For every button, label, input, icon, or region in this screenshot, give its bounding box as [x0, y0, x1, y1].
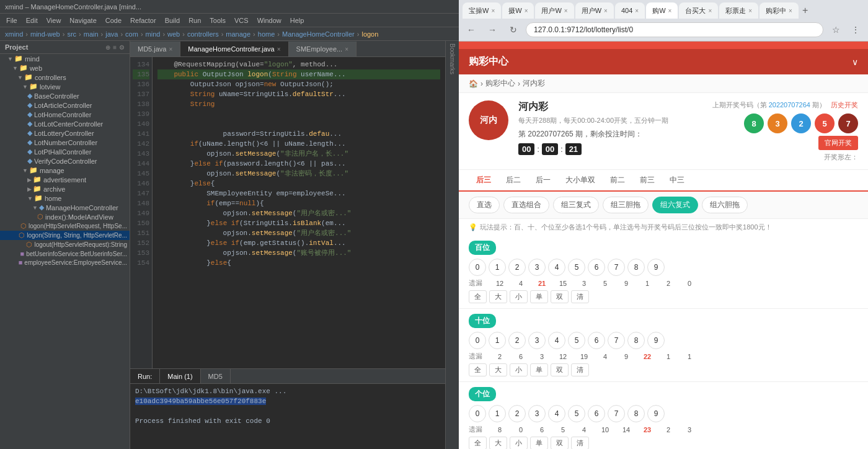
shiwei-0[interactable]: 0	[469, 332, 486, 349]
breadcrumb-lottery-center[interactable]: 购彩中心	[485, 78, 515, 89]
browser-tab-user1[interactable]: 用户W ×	[535, 2, 574, 19]
tree-item-method-logout[interactable]: ⬡ logout(HttpServletRequest):String	[0, 240, 130, 249]
shiwei-7[interactable]: 7	[608, 332, 625, 349]
bottom-tab-run[interactable]: Run:	[130, 369, 160, 383]
bottom-tab-main[interactable]: Main (1)	[160, 369, 200, 383]
gewei-even[interactable]: 双	[551, 437, 569, 449]
baiwei-all[interactable]: 全	[469, 290, 487, 303]
game-tab-qian3[interactable]: 前三	[632, 170, 662, 192]
browser-tab-caipiao[interactable]: 彩票走 ×	[719, 2, 758, 19]
baiwei-even[interactable]: 双	[551, 290, 569, 303]
menu-button[interactable]: ⋮	[847, 21, 864, 38]
gewei-big[interactable]: 大	[489, 437, 507, 449]
game-tab-qian2[interactable]: 前二	[603, 170, 632, 192]
menu-vcs[interactable]: VCS	[231, 16, 252, 25]
breadcrumb-logon[interactable]: logon	[361, 30, 378, 38]
tree-item-field-employee[interactable]: ■ employeeService:EmployeeService...	[0, 258, 130, 267]
tree-item-lot-number[interactable]: ◆ LotNumberController	[0, 138, 130, 147]
shiwei-even[interactable]: 双	[551, 363, 569, 376]
baiwei-small[interactable]: 小	[510, 290, 528, 303]
menu-build[interactable]: Build	[161, 16, 184, 25]
breadcrumb-manage[interactable]: manage	[226, 30, 250, 38]
breadcrumb-com[interactable]: com	[125, 30, 138, 38]
gewei-odd[interactable]: 单	[530, 437, 548, 449]
shiwei-6[interactable]: 6	[588, 332, 605, 349]
tree-item-web[interactable]: ▼ 📁 web	[0, 63, 130, 73]
baiwei-6[interactable]: 6	[588, 259, 605, 276]
tree-item-base-controller[interactable]: ◆ BaseController	[0, 91, 130, 100]
baiwei-0[interactable]: 0	[469, 259, 486, 276]
baiwei-3[interactable]: 3	[528, 259, 546, 276]
browser-tab-she[interactable]: 摄W ×	[502, 2, 534, 19]
play-tab-zu3-dantuo[interactable]: 组三胆拖	[603, 197, 649, 213]
tab-md5-close[interactable]: ×	[169, 46, 172, 53]
official-button[interactable]: 官网开奖	[818, 136, 858, 150]
tab-caipiao-close[interactable]: ×	[748, 7, 752, 14]
tree-item-home[interactable]: ▼ 📁 home	[0, 193, 130, 203]
menu-navigate[interactable]: Navigate	[66, 16, 100, 25]
forward-button[interactable]: →	[484, 21, 501, 38]
tree-item-method-index[interactable]: ⬡ index():ModelAndView	[0, 212, 130, 221]
play-tab-zu6-dantuo[interactable]: 组六胆拖	[702, 197, 748, 213]
gewei-2[interactable]: 2	[508, 405, 526, 422]
game-tab-hou3[interactable]: 后三	[469, 170, 498, 192]
browser-tab-lottery[interactable]: 购W ×	[646, 2, 678, 19]
baiwei-9[interactable]: 9	[647, 259, 665, 276]
reload-button[interactable]: ↻	[505, 21, 522, 38]
menu-refactor[interactable]: Refactor	[126, 16, 160, 25]
tab-smemployee[interactable]: SMEmployee... ×	[289, 42, 356, 56]
tree-item-lot-home[interactable]: ◆ LotHomeController	[0, 110, 130, 119]
play-tab-zu3-fushi[interactable]: 组三复式	[553, 197, 599, 213]
gewei-all[interactable]: 全	[469, 437, 487, 449]
baiwei-5[interactable]: 5	[568, 259, 585, 276]
tree-item-manage[interactable]: ▼ 📁 manage	[0, 166, 130, 175]
tab-baocao-close[interactable]: ×	[491, 7, 495, 14]
shiwei-8[interactable]: 8	[627, 332, 645, 349]
sidebar-settings-icon[interactable]: ⚙	[119, 44, 125, 51]
menu-file[interactable]: File	[2, 16, 21, 25]
gewei-clear[interactable]: 清	[571, 437, 589, 449]
tab-taiwan-close[interactable]: ×	[708, 7, 712, 14]
game-tab-hou1[interactable]: 后一	[528, 170, 558, 192]
baiwei-2[interactable]: 2	[508, 259, 526, 276]
shiwei-big[interactable]: 大	[489, 363, 507, 376]
back-button[interactable]: ←	[463, 21, 480, 38]
baiwei-4[interactable]: 4	[548, 259, 565, 276]
breadcrumb-xmind[interactable]: xmind	[5, 30, 23, 38]
play-tab-zhixuan[interactable]: 直选	[469, 197, 500, 213]
tree-item-method-logon1[interactable]: ⬡ logon(HttpServletRequest, HttpSe...	[0, 221, 130, 231]
tree-item-verify-code[interactable]: ◆ VerifyCodeController	[0, 156, 130, 166]
baiwei-big[interactable]: 大	[489, 290, 507, 303]
tree-item-archive[interactable]: ▶ 📁 archive	[0, 184, 130, 193]
shiwei-5[interactable]: 5	[568, 332, 585, 349]
shiwei-clear[interactable]: 清	[571, 363, 589, 376]
breadcrumb-src[interactable]: src	[67, 30, 76, 38]
tree-item-lot-article[interactable]: ◆ LotArticleController	[0, 100, 130, 110]
tree-item-method-logon2[interactable]: ⬡ logon(String, String, HttpServletRe...	[0, 231, 130, 240]
tab-goucai-close[interactable]: ×	[789, 7, 792, 14]
breadcrumb-controller[interactable]: ManageHomeController	[282, 30, 355, 38]
baiwei-1[interactable]: 1	[489, 259, 506, 276]
gewei-4[interactable]: 4	[548, 405, 565, 422]
game-tab-daxiao[interactable]: 大小单双	[558, 170, 603, 192]
tab-user2-close[interactable]: ×	[604, 7, 608, 14]
gewei-6[interactable]: 6	[588, 405, 605, 422]
breadcrumb-mind[interactable]: mind	[146, 30, 161, 38]
menu-help[interactable]: Help	[286, 16, 308, 25]
breadcrumb-web[interactable]: web	[167, 30, 180, 38]
tree-item-lot-lottery[interactable]: ◆ LotLotteryController	[0, 128, 130, 138]
tree-item-lot-center[interactable]: ◆ LotLotCenterController	[0, 119, 130, 128]
sidebar-collapse-icon[interactable]: ≡	[113, 44, 117, 51]
shiwei-4[interactable]: 4	[548, 332, 565, 349]
tab-manage-home[interactable]: ManageHomeController.java ×	[180, 42, 288, 56]
gewei-8[interactable]: 8	[627, 405, 645, 422]
menu-view[interactable]: View	[43, 16, 65, 25]
menu-tools[interactable]: Tools	[206, 16, 229, 25]
browser-tab-goucai[interactable]: 购彩中 ×	[760, 2, 799, 19]
shiwei-2[interactable]: 2	[508, 332, 526, 349]
shiwei-9[interactable]: 9	[647, 332, 665, 349]
breadcrumb-main[interactable]: main	[84, 30, 99, 38]
gewei-7[interactable]: 7	[608, 405, 625, 422]
bookmark-button[interactable]: ☆	[827, 21, 844, 38]
tree-item-lotview[interactable]: ▼ 📁 lotview	[0, 82, 130, 91]
